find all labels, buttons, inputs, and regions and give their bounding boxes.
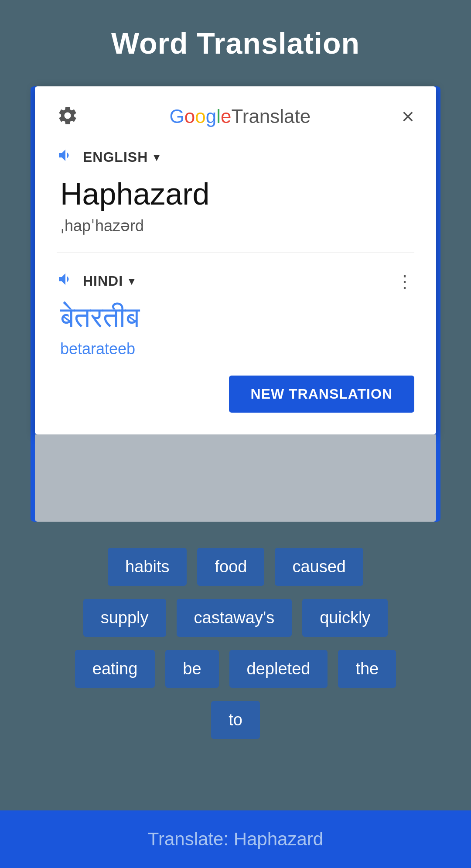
chip-be[interactable]: be bbox=[165, 650, 218, 688]
logo-letter-o2: o bbox=[195, 106, 205, 127]
chip-supply[interactable]: supply bbox=[83, 599, 166, 637]
translate-bar[interactable]: Translate: Haphazard bbox=[0, 810, 471, 868]
translated-word: बेतरतीब bbox=[60, 301, 414, 335]
source-word: Haphazard bbox=[60, 177, 414, 212]
source-lang-text: ENGLISH bbox=[83, 149, 148, 165]
gear-icon[interactable] bbox=[57, 105, 78, 128]
target-lang-row: HINDI ▼ ⋮ bbox=[57, 270, 414, 292]
card-header: Google Translate × bbox=[57, 104, 414, 129]
target-lang-label[interactable]: HINDI ▼ bbox=[83, 273, 137, 289]
translate-bar-text: Translate: Haphazard bbox=[148, 829, 323, 849]
chip-depleted[interactable]: depleted bbox=[229, 650, 328, 688]
target-speaker-icon[interactable] bbox=[57, 270, 74, 292]
source-lang-dropdown-arrow: ▼ bbox=[151, 151, 162, 164]
close-icon[interactable]: × bbox=[402, 104, 414, 129]
target-lang-text: HINDI bbox=[83, 273, 123, 289]
chip-food[interactable]: food bbox=[197, 548, 264, 586]
source-phonetic: ˌhapˈhazərd bbox=[60, 217, 414, 235]
logo-letter-g: G bbox=[170, 106, 184, 127]
chip-quickly[interactable]: quickly bbox=[302, 599, 388, 637]
new-translation-button[interactable]: NEW TRANSLATION bbox=[229, 376, 414, 413]
chip-caused[interactable]: caused bbox=[275, 548, 363, 586]
target-lang-left: HINDI ▼ bbox=[57, 270, 137, 292]
source-lang-row: ENGLISH ▼ bbox=[57, 147, 414, 168]
chip-castaways[interactable]: castaway's bbox=[177, 599, 292, 637]
card-bottom-gray bbox=[35, 434, 436, 522]
chip-the[interactable]: the bbox=[338, 650, 396, 688]
logo-translate-text: Translate bbox=[231, 106, 311, 127]
chip-to[interactable]: to bbox=[211, 701, 260, 739]
page-title: Word Translation bbox=[111, 26, 360, 60]
chip-eating[interactable]: eating bbox=[75, 650, 155, 688]
google-translate-logo: Google Translate bbox=[170, 106, 311, 127]
logo-letter-o1: o bbox=[184, 106, 195, 127]
source-lang-label[interactable]: ENGLISH ▼ bbox=[83, 149, 162, 165]
translation-card: Google Translate × ENGLISH ▼ Haphazard ˌ… bbox=[35, 86, 436, 434]
transliteration: betarateeb bbox=[60, 340, 414, 358]
chips-row-1: habits food caused bbox=[108, 548, 363, 586]
section-divider bbox=[57, 253, 414, 253]
more-options-icon[interactable]: ⋮ bbox=[396, 271, 414, 291]
chips-row-3: eating be depleted the bbox=[75, 650, 396, 688]
logo-letter-e: e bbox=[221, 106, 231, 127]
target-lang-dropdown-arrow: ▼ bbox=[126, 275, 137, 287]
chips-row-4: to bbox=[211, 701, 260, 739]
card-container: Google Translate × ENGLISH ▼ Haphazard ˌ… bbox=[35, 86, 436, 522]
source-speaker-icon[interactable] bbox=[57, 147, 74, 168]
logo-letter-g2: g bbox=[206, 106, 216, 127]
logo-letter-l: l bbox=[216, 106, 221, 127]
chips-section: habits food caused supply castaway's qui… bbox=[35, 522, 436, 756]
chips-row-2: supply castaway's quickly bbox=[83, 599, 388, 637]
chip-habits[interactable]: habits bbox=[108, 548, 187, 586]
